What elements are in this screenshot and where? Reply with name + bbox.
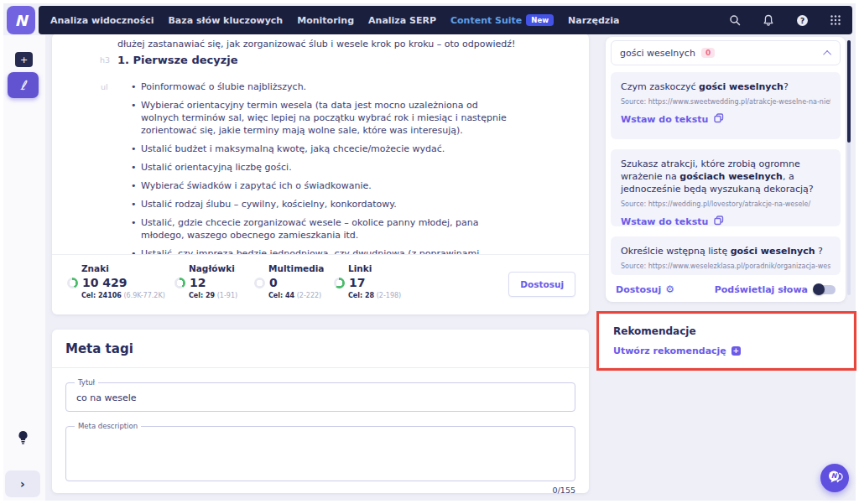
nav-item-baza-slow-kluczowych[interactable]: Baza słów kluczowych <box>168 15 283 26</box>
stat-target-range: (1-91) <box>217 292 237 299</box>
nav-item-label: Content Suite <box>450 15 522 26</box>
editor-tool-button[interactable]: ℓ <box>8 72 39 98</box>
stat-target-label: Cel: <box>81 292 96 299</box>
list-item: •Ustalić budżet i maksymalną kwotę, jaką… <box>131 143 510 155</box>
left-sidebar: + ℓ › <box>3 35 45 501</box>
stat-value: 12 <box>190 276 206 289</box>
add-document-button[interactable]: + <box>15 52 33 67</box>
lightbulb-icon <box>18 432 29 448</box>
suggestion-question: Określcie wstępną listę gości weselnych … <box>621 245 830 257</box>
copy-icon <box>714 113 724 126</box>
stat-value: 17 <box>349 276 365 289</box>
stat-target: Cel: 44 (2-222) <box>268 292 324 299</box>
list-item-text: Ustalić rodzaj ślubu – cywilny, kościeln… <box>141 198 510 210</box>
progress-ring-icon <box>67 278 78 288</box>
content-editor-card: dłużej zastanawiać się, jak zorganizować… <box>52 34 589 314</box>
title-field-label: Tytuł <box>75 378 98 387</box>
list-item-text: Wybierać orientacyjny termin wesela (ta … <box>141 99 510 137</box>
editor-bullet-list: •Poinformować o ślubie najbliższych. •Wy… <box>131 81 510 254</box>
question-keyword: gości weselnych <box>699 81 784 92</box>
copy-icon <box>714 216 724 226</box>
panel-scrollbar-thumb[interactable] <box>847 40 851 143</box>
list-item: •Ustalić rodzaj ślubu – cywilny, kościel… <box>131 198 510 210</box>
stat-target-label: Cel: <box>268 292 283 299</box>
title-input[interactable] <box>66 383 575 411</box>
adjust-stats-button[interactable]: Dostosuj <box>508 272 575 297</box>
keyword-term: gości weselnych <box>620 48 695 59</box>
annotation-highlight-box: Rekomendacje Utwórz rekomendację + <box>596 311 856 371</box>
customize-keywords-button[interactable]: Dostosuj⚙ <box>616 283 674 295</box>
progress-ring-icon <box>254 278 265 288</box>
pen-icon: ℓ <box>20 78 25 93</box>
stat-znaki: Znaki 10 429 Cel: 24106 (6.9K-77.2K) <box>67 263 165 299</box>
highlight-words-toggle[interactable] <box>814 285 836 294</box>
list-item-text: Ustalić, gdzie chcecie zorganizować wese… <box>141 216 510 242</box>
bullet-icon: • <box>131 81 141 93</box>
recommendations-card: Rekomendacje Utwórz rekomendację + <box>600 314 853 367</box>
list-item: •Wybierać orientacyjny termin wesela (ta… <box>131 99 510 137</box>
keyword-group-header[interactable]: gości weselnych 0 <box>611 40 841 65</box>
nav-item-analiza-widocznosci[interactable]: Analiza widoczności <box>50 15 154 26</box>
description-field-wrapper: Meta description <box>65 426 575 481</box>
search-icon[interactable] <box>728 13 742 27</box>
suggestion-card: Określcie wstępną listę gości weselnych … <box>611 236 841 275</box>
insert-to-text-button[interactable]: Wstaw do tekstu <box>621 113 830 126</box>
customize-label: Dostosuj <box>616 284 661 295</box>
description-field-label: Meta description <box>75 422 141 430</box>
app-logo[interactable]: N <box>7 6 35 34</box>
top-navigation-bar: Analiza widoczności Baza słów kluczowych… <box>39 6 852 34</box>
stat-target-value: 44 <box>285 292 294 299</box>
chevron-up-icon[interactable] <box>823 49 831 58</box>
stat-target-range: (2-222) <box>297 292 322 299</box>
nav-item-narzedzia[interactable]: Narzędzia <box>568 15 619 26</box>
highlight-words-control: Podświetlaj słowa <box>715 284 836 295</box>
suggestion-question: Czym zaskoczyć gości weselnych? <box>621 81 830 93</box>
list-item-text: Wybierać świadków i zapytać ich o świadk… <box>141 179 510 192</box>
nav-item-analiza-serp[interactable]: Analiza SERP <box>368 15 436 26</box>
help-icon[interactable]: ? <box>795 13 809 27</box>
editor-paragraph: dłużej zastanawiać się, jak zorganizować… <box>117 38 570 50</box>
ideas-button[interactable] <box>18 430 29 448</box>
panel-scrollbar-track[interactable] <box>847 40 851 295</box>
stat-target-range: (2-198) <box>377 292 402 299</box>
question-keyword: gościach weselnych <box>679 171 783 182</box>
chat-bubbles-icon: N <box>827 470 843 487</box>
nav-item-monitoring[interactable]: Monitoring <box>297 15 354 26</box>
question-keyword: gości weselnych <box>731 246 815 257</box>
stat-label: Znaki <box>81 263 165 273</box>
list-item: •Ustalić, gdzie chcecie zorganizować wes… <box>131 216 510 242</box>
highlight-words-label: Podświetlaj słowa <box>715 284 808 295</box>
keyword-suggestions-panel: gości weselnych 0 Czym zaskoczyć gości w… <box>606 37 846 302</box>
bullet-icon: • <box>131 179 141 192</box>
stat-target-label: Cel: <box>189 292 203 299</box>
nav-item-content-suite[interactable]: Content SuiteNew <box>450 14 554 26</box>
stat-target: Cel: 29 (1-91) <box>189 292 237 299</box>
svg-text:?: ? <box>799 16 804 24</box>
stat-target-value: 24106 <box>98 292 122 299</box>
gutter-label-h3: h3 <box>100 55 110 65</box>
stat-value: 10 429 <box>82 276 128 289</box>
chat-assistant-button[interactable]: N <box>820 464 849 492</box>
notifications-bell-icon[interactable] <box>762 13 775 27</box>
suggestion-source: Source: https://www.sweetwedding.pl/atra… <box>621 98 830 106</box>
question-text: Czym zaskoczyć <box>621 81 699 92</box>
insert-to-text-button[interactable]: Wstaw do tekstu <box>621 216 830 226</box>
bullet-icon: • <box>131 161 141 174</box>
apps-grid-icon[interactable] <box>829 13 842 27</box>
stat-target: Cel: 24106 (6.9K-77.2K) <box>81 292 165 299</box>
suggestion-card: Szukasz atrakcji, które zrobią ogromne w… <box>611 149 841 226</box>
suggestion-source: Source: https://wedding.pl/lovestory/atr… <box>621 200 830 208</box>
list-item: •Ustalić, czy impreza będzie jednodniowa… <box>131 247 510 254</box>
meta-description-input[interactable] <box>66 427 575 477</box>
nav-right-icons: ? <box>728 13 842 27</box>
stat-value: 0 <box>269 276 278 289</box>
stat-multimedia: Multimedia 0 Cel: 44 (2-222) <box>254 263 324 299</box>
progress-ring-icon <box>334 278 345 288</box>
editor-text-area[interactable]: dłużej zastanawiać się, jak zorganizować… <box>52 34 589 254</box>
sidebar-collapse-button[interactable]: › <box>5 470 40 497</box>
bullet-icon: • <box>131 99 141 137</box>
list-item-text: Ustalić budżet i maksymalną kwotę, jaką … <box>141 143 510 155</box>
bullet-icon: • <box>131 198 141 210</box>
divider <box>52 367 589 368</box>
create-recommendation-button[interactable]: Utwórz rekomendację + <box>613 346 840 356</box>
